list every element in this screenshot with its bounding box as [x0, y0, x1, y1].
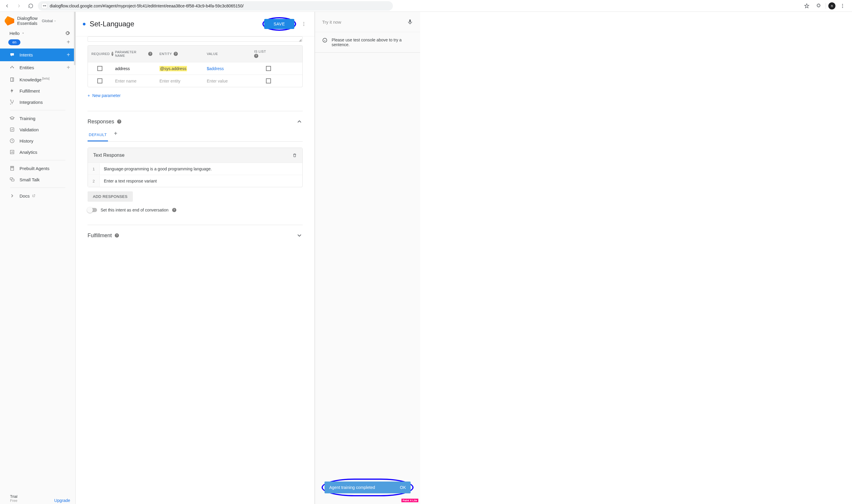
- help-icon[interactable]: ?: [148, 52, 152, 56]
- star-icon[interactable]: [802, 1, 812, 11]
- help-icon[interactable]: ?: [172, 208, 176, 212]
- toast-ok-button[interactable]: OK: [400, 485, 406, 490]
- param-entity-cell[interactable]: @sys.address: [160, 66, 187, 71]
- param-entity-input[interactable]: Enter entity: [156, 75, 203, 87]
- svg-rect-4: [12, 66, 13, 67]
- svg-point-0: [842, 4, 843, 5]
- sidebar-item-entities[interactable]: Entities +: [0, 61, 75, 74]
- islist-checkbox[interactable]: [266, 66, 271, 71]
- new-parameter-link[interactable]: + New parameter: [88, 91, 303, 105]
- sidebar-item-prebuilt[interactable]: Prebuilt Agents: [0, 163, 75, 174]
- help-icon[interactable]: ?: [117, 120, 121, 124]
- fulfillment-section-header: Fulfillment ?: [88, 232, 303, 239]
- response-row: 2 Enter a text response variant: [88, 175, 302, 187]
- back-icon[interactable]: [2, 1, 12, 11]
- gear-icon[interactable]: [65, 31, 70, 36]
- intents-icon: [10, 52, 15, 58]
- upgrade-link[interactable]: Upgrade: [54, 498, 70, 503]
- sidebar-item-smalltalk[interactable]: Small Talk: [0, 174, 75, 185]
- save-callout-highlight: SAVE: [262, 17, 296, 31]
- chrome-menu-icon[interactable]: [838, 1, 847, 11]
- table-row: Enter name Enter entity Enter value: [88, 74, 302, 87]
- chevron-up-icon[interactable]: [296, 118, 303, 125]
- response-text-input[interactable]: Enter a text response variant: [100, 175, 302, 187]
- add-tab-icon[interactable]: +: [114, 130, 117, 141]
- forward-icon[interactable]: [14, 1, 24, 11]
- svg-rect-5: [13, 67, 14, 68]
- tab-default[interactable]: DEFAULT: [88, 130, 108, 141]
- sidebar-item-intents[interactable]: Intents +: [0, 49, 75, 61]
- sidebar-item-training[interactable]: Training: [0, 113, 75, 124]
- url-bar[interactable]: ⊶ dialogflow.cloud.google.com/#/agent/my…: [38, 1, 393, 11]
- param-value-input[interactable]: Enter value: [203, 75, 251, 87]
- help-icon[interactable]: ?: [174, 52, 178, 56]
- fulfillment-icon: [10, 88, 15, 93]
- th-islist: IS LIST: [254, 50, 266, 53]
- islist-checkbox[interactable]: [266, 78, 271, 84]
- extensions-icon[interactable]: [814, 1, 823, 11]
- param-name-cell[interactable]: address: [111, 63, 156, 74]
- add-entity-icon[interactable]: +: [67, 64, 70, 71]
- scope-selector[interactable]: Global: [42, 19, 56, 23]
- language-pill[interactable]: en: [8, 39, 20, 45]
- help-icon[interactable]: ?: [115, 233, 119, 237]
- chevron-right-icon: [10, 193, 15, 198]
- help-icon[interactable]: ?: [254, 54, 258, 58]
- training-phrase-textarea[interactable]: ◢: [88, 36, 303, 42]
- chevron-down-icon: [54, 19, 56, 22]
- required-checkbox[interactable]: [97, 78, 102, 84]
- svg-rect-6: [11, 78, 14, 81]
- validation-icon: [10, 127, 15, 132]
- text-response-card: Text Response 1 $language-programming is…: [88, 148, 303, 187]
- response-text-input[interactable]: $language-programming is a good programm…: [100, 163, 302, 175]
- history-icon: [10, 138, 15, 143]
- analytics-icon: [10, 149, 15, 155]
- reload-icon[interactable]: [26, 1, 36, 11]
- add-intent-icon[interactable]: +: [67, 52, 70, 58]
- end-conversation-toggle[interactable]: [88, 208, 97, 212]
- try-input-placeholder[interactable]: Try it now: [322, 19, 341, 24]
- sidebar-item-validation[interactable]: Validation: [0, 124, 75, 135]
- mic-icon[interactable]: [407, 18, 413, 25]
- sidebar-item-integrations[interactable]: Integrations: [0, 96, 75, 108]
- trial-label: Trial: [10, 494, 17, 499]
- sidebar-item-fulfillment[interactable]: Fulfillment: [0, 85, 75, 96]
- more-menu-icon[interactable]: [300, 20, 307, 28]
- sidebar-item-history[interactable]: History: [0, 135, 75, 146]
- parameters-table: REQUIRED? PARAMETER NAME? ENTITY? VALUE …: [88, 45, 303, 87]
- responses-title: Responses: [88, 119, 114, 125]
- trash-icon[interactable]: [292, 152, 297, 158]
- th-required: REQUIRED: [91, 52, 110, 56]
- fulfillment-title: Fulfillment: [88, 233, 112, 239]
- site-settings-icon[interactable]: ⊶: [41, 3, 47, 9]
- param-name-input[interactable]: Enter name: [111, 75, 156, 87]
- add-responses-button[interactable]: ADD RESPONSES: [88, 191, 133, 202]
- save-button[interactable]: SAVE: [264, 19, 294, 29]
- profile-avatar[interactable]: n: [828, 2, 835, 10]
- prebuilt-icon: [10, 166, 15, 171]
- test-hint-text: Please use test console above to try a s…: [332, 38, 413, 47]
- sidebar: Dialogflow Essentials Global Hello en + …: [0, 12, 76, 504]
- required-checkbox[interactable]: [97, 66, 102, 71]
- sidebar-item-knowledge[interactable]: Knowledge[beta]: [0, 74, 75, 85]
- entities-icon: [10, 65, 15, 70]
- svg-rect-7: [11, 78, 13, 81]
- chevron-down-icon: [21, 31, 25, 35]
- brand-line1: Dialogflow: [17, 16, 38, 21]
- agent-selector[interactable]: Hello: [0, 29, 75, 38]
- th-value: VALUE: [207, 52, 218, 56]
- intent-title[interactable]: Set-Language: [90, 20, 258, 28]
- add-language-icon[interactable]: +: [67, 39, 70, 46]
- sidebar-item-docs[interactable]: Docs: [0, 190, 75, 201]
- svg-point-17: [304, 25, 304, 26]
- end-conversation-label: Set this intent as end of conversation: [101, 208, 169, 212]
- sidebar-item-analytics[interactable]: Analytics: [0, 146, 75, 158]
- training-toast: Agent training completed OK: [325, 482, 411, 493]
- unsaved-indicator: [83, 23, 86, 25]
- chevron-down-icon[interactable]: [296, 232, 303, 239]
- watermark: Paint X Lite: [401, 499, 418, 502]
- test-panel: Try it now Please use test console above…: [315, 12, 420, 504]
- knowledge-icon: [10, 77, 15, 82]
- param-value-cell[interactable]: $address: [207, 66, 224, 71]
- agent-name: Hello: [10, 31, 19, 36]
